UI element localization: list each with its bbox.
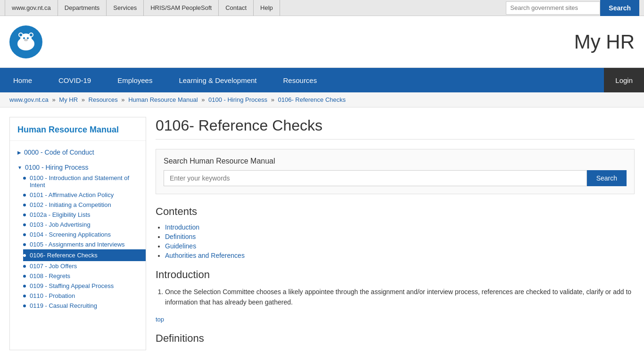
list-item: Introduction — [165, 223, 635, 231]
sidebar-coc-link[interactable]: ▶ 0000 - Code of Conduct — [10, 147, 146, 158]
breadcrumb-sep-1: » — [52, 96, 57, 103]
government-search-button[interactable]: Search — [600, 0, 639, 16]
sidebar: Human Resource Manual ▶ 0000 - Code of C… — [9, 117, 146, 350]
bullet-2 — [23, 204, 26, 206]
child-label-8: 0107 - Job Offers — [30, 263, 77, 270]
hrm-search-title: Search Human Resource Manual — [164, 157, 627, 165]
sidebar-child-11[interactable]: 0110 - Probation — [23, 291, 146, 301]
svg-point-8 — [24, 39, 28, 41]
child-label-7: 0106- Reference Checks — [30, 252, 98, 259]
breadcrumb-myhr[interactable]: My HR — [59, 96, 78, 103]
services-link[interactable]: Services — [107, 0, 144, 16]
breadcrumb-hrm[interactable]: Human Resource Manual — [128, 96, 198, 103]
sidebar-coc-label: 0000 - Code of Conduct — [24, 148, 94, 156]
bullet-7 — [23, 254, 26, 257]
child-label-1: 0101 - Affirmative Action Policy — [30, 191, 114, 198]
bullet-1 — [23, 194, 26, 197]
nav-items: Home COVID-19 Employees Learning & Devel… — [0, 68, 604, 92]
sidebar-child-3[interactable]: 0102a - Eligibility Lists — [23, 210, 146, 220]
intro-link[interactable]: Introduction — [165, 223, 199, 231]
bullet-11 — [23, 295, 26, 297]
sidebar-child-5[interactable]: 0104 - Screening Applications — [23, 230, 146, 239]
employees-nav-item[interactable]: Employees — [104, 68, 165, 92]
child-label-5: 0104 - Screening Applications — [30, 231, 111, 238]
bullet-10 — [23, 285, 26, 288]
site-title: My HR — [574, 31, 635, 53]
child-label-10: 0109 - Staffing Appeal Process — [30, 282, 114, 289]
child-label-6: 0105 - Assignments and Interviews — [30, 241, 125, 248]
hrm-search-button[interactable]: Search — [587, 170, 627, 186]
sidebar-child-7-active[interactable]: 0106- Reference Checks — [23, 249, 146, 261]
svg-point-5 — [30, 33, 33, 36]
breadcrumb: www.gov.nt.ca » My HR » Resources » Huma… — [0, 92, 644, 107]
sidebar-hiring-label: 0100 - Hiring Process — [25, 164, 89, 171]
govnt-link[interactable]: www.gov.nt.ca — [5, 0, 58, 16]
contact-link[interactable]: Contact — [219, 0, 254, 16]
authorities-link[interactable]: Authorities and References — [165, 252, 245, 259]
sidebar-child-2[interactable]: 0102 - Initiating a Competition — [23, 200, 146, 210]
breadcrumb-sep-5: » — [271, 96, 276, 103]
svg-point-6 — [23, 37, 25, 39]
logo-area — [9, 25, 42, 58]
child-label-12: 0119 - Casual Recruiting — [30, 302, 97, 309]
sidebar-child-0[interactable]: 0100 - Introduction and Statement of Int… — [23, 173, 146, 190]
child-label-4: 0103 - Job Advertising — [30, 221, 91, 228]
hrm-search-input[interactable] — [164, 170, 587, 186]
resources-nav-item[interactable]: Resources — [270, 68, 330, 92]
breadcrumb-current[interactable]: 0106- Reference Checks — [278, 96, 346, 103]
bullet-9 — [23, 275, 26, 278]
bullet-4 — [23, 223, 26, 226]
sidebar-child-1[interactable]: 0101 - Affirmative Action Policy — [23, 190, 146, 200]
child-label-11: 0110 - Probation — [30, 292, 75, 299]
expand-triangle-coc: ▶ — [17, 150, 21, 155]
departments-link[interactable]: Departments — [58, 0, 107, 16]
contents-section: Contents Introduction Definitions Guidel… — [156, 206, 635, 259]
page-content: 0106- Reference Checks Search Human Reso… — [156, 117, 635, 350]
breadcrumb-sep-4: » — [201, 96, 206, 103]
sidebar-coc-section: ▶ 0000 - Code of Conduct — [10, 145, 146, 160]
hrm-search-row: Search — [164, 170, 627, 186]
intro-list: Once the Selection Committee chooses a l… — [156, 287, 635, 308]
login-button[interactable]: Login — [604, 68, 644, 92]
sidebar-child-12[interactable]: 0119 - Casual Recruiting — [23, 301, 146, 311]
help-link[interactable]: Help — [254, 0, 280, 16]
government-search-input[interactable] — [506, 1, 600, 15]
sidebar-child-10[interactable]: 0109 - Staffing Appeal Process — [23, 281, 146, 291]
logo-icon — [9, 25, 42, 58]
breadcrumb-hiring[interactable]: 0100 - Hiring Process — [208, 96, 267, 103]
top-link[interactable]: top — [156, 316, 164, 323]
sidebar-child-9[interactable]: 0108 - Regrets — [23, 271, 146, 281]
svg-point-7 — [27, 37, 29, 39]
svg-point-4 — [19, 33, 22, 36]
sidebar-child-8[interactable]: 0107 - Job Offers — [23, 261, 146, 271]
list-item: Guidelines — [165, 242, 635, 250]
bear-svg — [13, 29, 39, 55]
list-item: Definitions — [165, 233, 635, 240]
hris-link[interactable]: HRIS/SAM PeopleSoft — [144, 0, 219, 16]
breadcrumb-sep-3: » — [121, 96, 126, 103]
main-nav: Home COVID-19 Employees Learning & Devel… — [0, 68, 644, 92]
learning-nav-item[interactable]: Learning & Development — [165, 68, 270, 92]
definitions-title: Definitions — [156, 332, 635, 345]
covid-nav-item[interactable]: COVID-19 — [45, 68, 104, 92]
sidebar-child-6[interactable]: 0105 - Assignments and Interviews — [23, 239, 146, 249]
top-bar: www.gov.nt.ca Departments Services HRIS/… — [0, 0, 644, 16]
definitions-section: Definitions — [156, 332, 635, 345]
bullet-6 — [23, 243, 26, 246]
bullet-12 — [23, 304, 26, 307]
child-label-3: 0102a - Eligibility Lists — [30, 211, 91, 218]
breadcrumb-resources[interactable]: Resources — [89, 96, 118, 103]
guidelines-link[interactable]: Guidelines — [165, 242, 196, 250]
list-item: Once the Selection Committee chooses a l… — [165, 287, 635, 308]
breadcrumb-govnt[interactable]: www.gov.nt.ca — [9, 96, 49, 103]
page-title: 0106- Reference Checks — [156, 117, 635, 140]
definitions-link[interactable]: Definitions — [165, 233, 196, 240]
bullet-8 — [23, 265, 26, 268]
bullet-0 — [23, 177, 26, 180]
contents-title: Contents — [156, 206, 635, 218]
sidebar-hiring-link[interactable]: ▼ 0100 - Hiring Process — [10, 162, 146, 173]
sidebar-child-4[interactable]: 0103 - Job Advertising — [23, 220, 146, 230]
bullet-3 — [23, 214, 26, 216]
child-label-2: 0102 - Initiating a Competition — [30, 201, 111, 208]
home-nav-item[interactable]: Home — [0, 68, 45, 92]
